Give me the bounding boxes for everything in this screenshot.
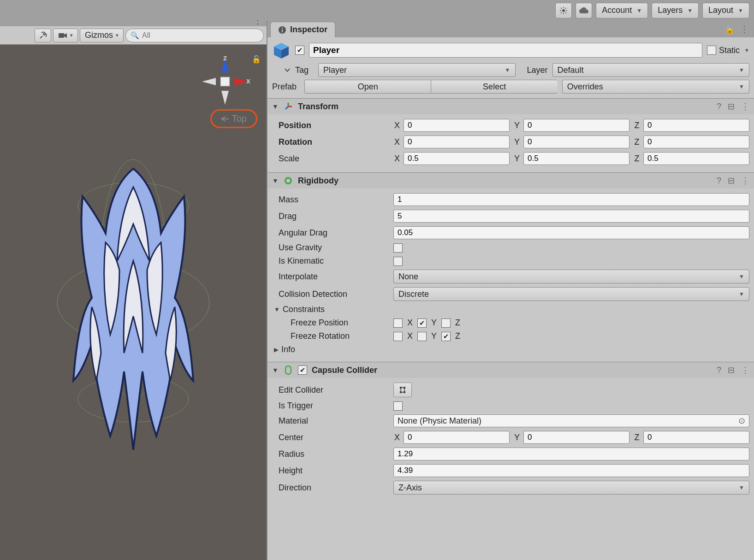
mass-field[interactable] <box>393 193 749 206</box>
radius-field[interactable] <box>393 448 749 460</box>
center-z-field[interactable] <box>643 431 749 444</box>
scale-z-field[interactable] <box>643 152 749 165</box>
inspector-tab[interactable]: Inspector <box>270 22 335 37</box>
layout-label: Layout <box>708 6 733 15</box>
rigidbody-header[interactable]: ▼ Rigidbody ?⊟⋮ <box>267 173 754 189</box>
cloud-button[interactable] <box>576 3 592 18</box>
height-label: Height <box>272 466 390 476</box>
position-x-field[interactable] <box>404 119 510 132</box>
light-settings-button[interactable] <box>555 3 572 18</box>
scene-viewport[interactable]: 🔓 z x Top <box>0 45 267 560</box>
position-z-field[interactable] <box>643 119 749 132</box>
view-orientation-label: Top <box>232 113 247 124</box>
capsule-collider-title: Capsule Collider <box>312 365 712 375</box>
svg-rect-20 <box>282 29 283 32</box>
info-foldout[interactable]: ▶Info <box>272 343 749 356</box>
object-picker-icon[interactable]: ⊙ <box>738 416 745 426</box>
menu-icon[interactable]: ⋮ <box>741 365 749 375</box>
prefab-select-button[interactable]: Select <box>431 80 557 94</box>
freeze-pos-y-checkbox[interactable]: ✔ <box>417 318 427 328</box>
preset-icon[interactable]: ⊟ <box>728 365 735 375</box>
collision-detection-dropdown[interactable]: Discrete▼ <box>393 287 749 301</box>
is-kinematic-checkbox[interactable] <box>393 257 403 266</box>
angular-drag-label: Angular Drag <box>272 228 390 238</box>
chevron-down-icon: ▾ <box>70 32 73 38</box>
rotation-x-field[interactable] <box>404 136 510 148</box>
tag-dropdown[interactable]: Player▼ <box>318 63 516 77</box>
panel-menu-icon[interactable]: ⋮ <box>740 24 748 35</box>
chevron-down-icon[interactable] <box>284 68 291 72</box>
layers-label: Layers <box>658 6 683 15</box>
gameobject-name-field[interactable] <box>309 43 702 58</box>
scale-x-field[interactable] <box>404 152 510 165</box>
center-x-field[interactable] <box>404 431 510 444</box>
rigidbody-component: ▼ Rigidbody ?⊟⋮ Mass Drag Angular Drag U… <box>267 172 754 362</box>
lock-icon[interactable]: 🔓 <box>724 24 735 35</box>
angular-drag-field[interactable] <box>393 226 749 239</box>
panel-menu-icon[interactable]: ⋮ <box>0 21 267 26</box>
foldout-icon: ▼ <box>274 306 280 313</box>
height-field[interactable] <box>393 464 749 477</box>
static-toggle[interactable]: Static ▼ <box>707 46 749 55</box>
layout-dropdown[interactable]: Layout▼ <box>702 3 749 18</box>
gizmos-label: Gizmos <box>85 30 113 40</box>
inspector-panel: Inspector 🔓 ⋮ ✔ Static <box>267 21 754 560</box>
scale-y-field[interactable] <box>523 152 629 165</box>
layers-dropdown[interactable]: Layers▼ <box>652 3 699 18</box>
help-icon[interactable]: ? <box>717 365 721 375</box>
camera-button[interactable]: ▾ <box>53 29 78 42</box>
center-y-field[interactable] <box>523 431 629 444</box>
static-label: Static <box>719 46 740 55</box>
svg-rect-32 <box>400 387 402 389</box>
constraints-foldout[interactable]: ▼Constraints <box>272 303 749 316</box>
svg-rect-33 <box>404 387 405 389</box>
rotation-label: Rotation <box>272 137 390 147</box>
foldout-icon: ▶ <box>274 346 279 353</box>
rotation-y-field[interactable] <box>523 136 629 148</box>
preset-icon[interactable]: ⊟ <box>728 101 735 112</box>
freeze-pos-x-checkbox[interactable] <box>393 318 403 328</box>
svg-marker-13 <box>221 91 229 105</box>
radius-label: Radius <box>272 449 390 459</box>
transform-icon <box>283 101 293 112</box>
lock-icon[interactable]: 🔓 <box>252 55 261 64</box>
preset-icon[interactable]: ⊟ <box>728 176 735 186</box>
gizmos-dropdown[interactable]: Gizmos▾ <box>80 29 124 42</box>
static-checkbox[interactable] <box>707 46 716 55</box>
gameobject-cube-icon <box>272 41 291 59</box>
freeze-pos-z-checkbox[interactable] <box>441 318 451 328</box>
freeze-rot-z-checkbox[interactable]: ✔ <box>441 332 451 341</box>
freeze-rot-y-checkbox[interactable] <box>417 332 427 341</box>
foldout-icon: ▼ <box>272 177 279 184</box>
is-trigger-checkbox[interactable] <box>393 401 403 411</box>
tools-button[interactable] <box>35 29 51 42</box>
use-gravity-checkbox[interactable] <box>393 243 403 253</box>
view-orientation-badge[interactable]: Top <box>210 109 257 128</box>
drag-field[interactable] <box>393 210 749 223</box>
transform-component: ▼ Transform ?⊟⋮ Position X Y Z Rotation <box>267 98 754 172</box>
direction-dropdown[interactable]: Z-Axis▼ <box>393 481 749 495</box>
svg-line-27 <box>285 106 288 109</box>
transform-header[interactable]: ▼ Transform ?⊟⋮ <box>267 99 754 114</box>
menu-icon[interactable]: ⋮ <box>741 176 749 186</box>
help-icon[interactable]: ? <box>717 176 721 186</box>
capsule-collider-enabled-checkbox[interactable]: ✔ <box>298 365 307 375</box>
gameobject-active-checkbox[interactable]: ✔ <box>295 46 304 55</box>
interpolate-dropdown[interactable]: None▼ <box>393 270 749 283</box>
chevron-down-icon: ▼ <box>739 291 744 297</box>
rotation-z-field[interactable] <box>643 136 749 148</box>
svg-marker-12 <box>202 78 216 85</box>
help-icon[interactable]: ? <box>717 102 721 112</box>
capsule-collider-header[interactable]: ▼ ✔ Capsule Collider ?⊟⋮ <box>267 362 754 378</box>
position-y-field[interactable] <box>523 119 629 132</box>
layer-dropdown[interactable]: Default▼ <box>552 63 750 77</box>
scene-search-input[interactable] <box>142 31 259 40</box>
scene-search[interactable]: 🔍 <box>125 29 264 42</box>
prefab-open-button[interactable]: Open <box>304 80 431 94</box>
material-object-field[interactable]: None (Physic Material)⊙ <box>393 414 749 427</box>
edit-collider-button[interactable] <box>393 383 412 397</box>
menu-icon[interactable]: ⋮ <box>741 101 749 112</box>
freeze-rot-x-checkbox[interactable] <box>393 332 403 341</box>
prefab-overrides-dropdown[interactable]: Overrides▼ <box>562 80 749 94</box>
account-dropdown[interactable]: Account▼ <box>596 3 648 18</box>
